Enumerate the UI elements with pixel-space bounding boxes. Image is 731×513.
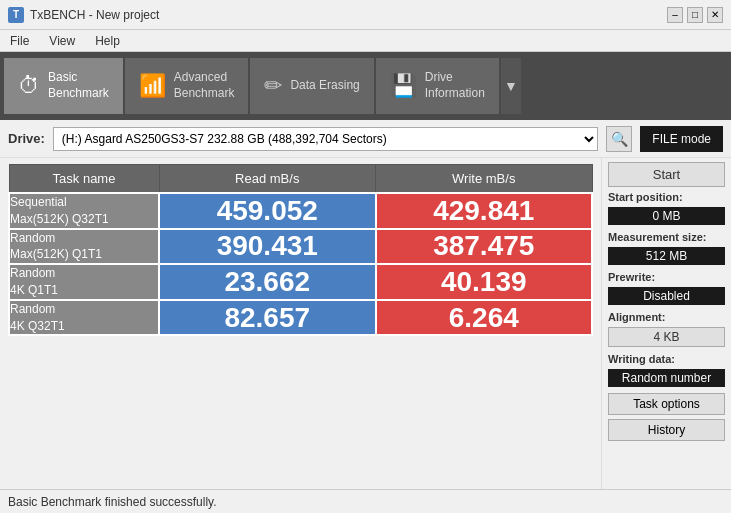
app-icon: T <box>8 7 24 23</box>
status-bar: Basic Benchmark finished successfully. <box>0 489 731 513</box>
task-cell: Random4K Q32T1 <box>9 300 159 336</box>
alignment-label: Alignment: <box>608 311 725 323</box>
close-button[interactable]: ✕ <box>707 7 723 23</box>
drive-refresh-button[interactable]: 🔍 <box>606 126 632 152</box>
main-area: Task name Read mB/s Write mB/s Sequentia… <box>0 158 731 489</box>
prewrite-label: Prewrite: <box>608 271 725 283</box>
menu-bar: File View Help <box>0 30 731 52</box>
title-bar-controls: – □ ✕ <box>667 7 723 23</box>
start-position-label: Start position: <box>608 191 725 203</box>
basic-benchmark-icon: ⏱ <box>18 73 40 99</box>
advanced-benchmark-icon: 📶 <box>139 73 166 99</box>
basic-benchmark-label: BasicBenchmark <box>48 70 109 101</box>
drive-label: Drive: <box>8 131 45 146</box>
bench-area: Task name Read mB/s Write mB/s Sequentia… <box>0 158 601 489</box>
measurement-size-value: 512 MB <box>608 247 725 265</box>
writing-data-label: Writing data: <box>608 353 725 365</box>
title-text: TxBENCH - New project <box>30 8 159 22</box>
menu-help[interactable]: Help <box>89 32 126 50</box>
read-cell: 82.657 <box>159 300 376 336</box>
history-button[interactable]: History <box>608 419 725 441</box>
drive-information-label: DriveInformation <box>425 70 485 101</box>
bench-table: Task name Read mB/s Write mB/s Sequentia… <box>8 164 593 336</box>
menu-view[interactable]: View <box>43 32 81 50</box>
col-task: Task name <box>9 165 159 194</box>
task-cell: Random4K Q1T1 <box>9 264 159 300</box>
table-row: RandomMax(512K) Q1T1390.431387.475 <box>9 229 592 265</box>
col-read: Read mB/s <box>159 165 376 194</box>
read-cell: 390.431 <box>159 229 376 265</box>
data-erasing-label: Data Erasing <box>290 78 359 94</box>
task-options-button[interactable]: Task options <box>608 393 725 415</box>
toolbar-drive-information[interactable]: 💾 DriveInformation <box>376 58 499 114</box>
task-cell: SequentialMax(512K) Q32T1 <box>9 193 159 229</box>
toolbar-data-erasing[interactable]: ✏ Data Erasing <box>250 58 373 114</box>
maximize-button[interactable]: □ <box>687 7 703 23</box>
drive-select[interactable]: (H:) Asgard AS250GS3-S7 232.88 GB (488,3… <box>53 127 598 151</box>
table-row: Random4K Q1T123.66240.139 <box>9 264 592 300</box>
toolbar-basic-benchmark[interactable]: ⏱ BasicBenchmark <box>4 58 123 114</box>
menu-file[interactable]: File <box>4 32 35 50</box>
drive-bar: Drive: (H:) Asgard AS250GS3-S7 232.88 GB… <box>0 120 731 158</box>
prewrite-value: Disabled <box>608 287 725 305</box>
start-button[interactable]: Start <box>608 162 725 187</box>
data-erasing-icon: ✏ <box>264 73 282 99</box>
write-cell: 387.475 <box>376 229 593 265</box>
start-position-value: 0 MB <box>608 207 725 225</box>
table-row: SequentialMax(512K) Q32T1459.052429.841 <box>9 193 592 229</box>
write-cell: 6.264 <box>376 300 593 336</box>
writing-data-value: Random number <box>608 369 725 387</box>
write-cell: 429.841 <box>376 193 593 229</box>
measurement-size-label: Measurement size: <box>608 231 725 243</box>
title-bar: T TxBENCH - New project – □ ✕ <box>0 0 731 30</box>
toolbar-dropdown-button[interactable]: ▼ <box>501 58 521 114</box>
col-write: Write mB/s <box>376 165 593 194</box>
read-cell: 459.052 <box>159 193 376 229</box>
title-bar-left: T TxBENCH - New project <box>8 7 159 23</box>
toolbar-advanced-benchmark[interactable]: 📶 AdvancedBenchmark <box>125 58 249 114</box>
toolbar: ⏱ BasicBenchmark 📶 AdvancedBenchmark ✏ D… <box>0 52 731 120</box>
advanced-benchmark-label: AdvancedBenchmark <box>174 70 235 101</box>
alignment-value: 4 KB <box>608 327 725 347</box>
task-cell: RandomMax(512K) Q1T1 <box>9 229 159 265</box>
file-mode-button[interactable]: FILE mode <box>640 126 723 152</box>
write-cell: 40.139 <box>376 264 593 300</box>
table-row: Random4K Q32T182.6576.264 <box>9 300 592 336</box>
right-panel: Start Start position: 0 MB Measurement s… <box>601 158 731 489</box>
drive-information-icon: 💾 <box>390 73 417 99</box>
minimize-button[interactable]: – <box>667 7 683 23</box>
read-cell: 23.662 <box>159 264 376 300</box>
status-message: Basic Benchmark finished successfully. <box>8 495 217 509</box>
